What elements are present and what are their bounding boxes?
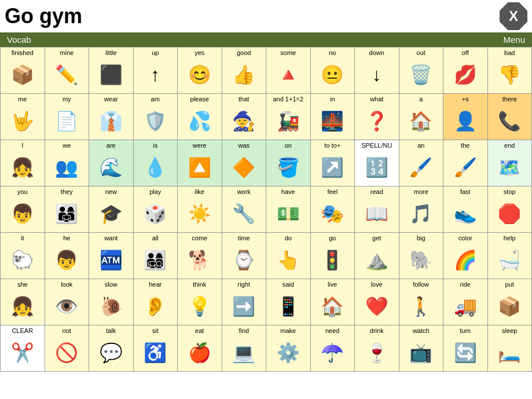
grid-cell-9[interactable]: out🗑️ [399,47,444,94]
grid-cell-83[interactable]: sleep🛏️ [488,325,533,372]
grid-cell-7[interactable]: no😐 [311,47,355,94]
cell-label-50: want [90,234,132,243]
grid-cell-29[interactable]: was🔶 [222,140,267,186]
grid-cell-59[interactable]: help🛁 [488,233,533,279]
vocab-label[interactable]: Vocab [7,35,31,45]
grid-cell-40[interactable]: like☀️ [178,186,222,233]
grid-cell-76[interactable]: eat🍎 [178,325,222,372]
grid-cell-35[interactable]: end🗺️ [488,140,533,186]
cell-label-35: end [489,141,531,150]
grid-cell-21[interactable]: a🏠 [399,94,444,140]
grid-cell-37[interactable]: they👨‍👩‍👧 [45,186,90,233]
cell-icon-50: 🏧 [90,243,132,277]
grid-cell-1[interactable]: mine✏️ [45,47,90,94]
grid-cell-55[interactable]: go🚦 [311,233,355,279]
grid-cell-46[interactable]: fast👟 [443,186,488,233]
grid-cell-20[interactable]: what❓ [355,94,399,140]
grid-cell-64[interactable]: think💡 [178,279,222,325]
cell-label-13: my [46,95,88,104]
grid-cell-51[interactable]: all👨‍👩‍👧‍👦 [134,233,178,279]
grid-cell-19[interactable]: in🌉 [311,94,355,140]
grid-cell-71[interactable]: put📦 [488,279,533,325]
grid-cell-15[interactable]: am🛡️ [134,94,178,140]
cell-icon-63: 👂 [135,289,177,324]
grid-cell-49[interactable]: he👦 [45,233,90,279]
cell-label-82: turn [445,327,486,335]
grid-cell-50[interactable]: want🏧 [89,233,134,279]
grid-cell-58[interactable]: color🌈 [443,233,488,279]
grid-cell-0[interactable]: finished📦 [1,47,45,94]
grid-cell-14[interactable]: wear👔 [89,94,134,140]
grid-cell-43[interactable]: feel🎭 [311,186,355,233]
grid-cell-23[interactable]: there📞 [488,94,533,140]
grid-cell-42[interactable]: have💵 [266,186,311,233]
grid-cell-63[interactable]: hear👂 [134,279,178,325]
grid-cell-38[interactable]: new🎓 [89,186,134,233]
cell-label-39: play [135,188,177,196]
grid-cell-62[interactable]: slow🐌 [89,279,134,325]
grid-cell-79[interactable]: need☂️ [311,325,355,372]
grid-cell-66[interactable]: said📱 [266,279,311,325]
grid-cell-3[interactable]: up↑ [134,47,178,94]
cell-label-74: talk [90,327,132,335]
grid-cell-32[interactable]: SPELL/NU🔢 [355,140,399,186]
cell-icon-81: 📺 [401,335,442,370]
grid-cell-73[interactable]: not🚫 [45,325,90,372]
cell-icon-75: ♿ [135,335,177,370]
grid-cell-78[interactable]: make⚙️ [266,325,311,372]
grid-cell-4[interactable]: yes😊 [178,47,222,94]
grid-cell-2[interactable]: little⬛ [89,47,134,94]
grid-cell-72[interactable]: CLEAR✂️ [1,325,45,372]
grid-cell-75[interactable]: sit♿ [134,325,178,372]
grid-cell-34[interactable]: the🖌️ [443,140,488,186]
grid-cell-22[interactable]: +s👤 [443,94,488,140]
grid-cell-16[interactable]: please💦 [178,94,222,140]
grid-cell-74[interactable]: talk💬 [89,325,134,372]
grid-cell-57[interactable]: big🐘 [399,233,444,279]
grid-cell-48[interactable]: it🐑 [1,233,45,279]
grid-cell-45[interactable]: more🎵 [399,186,444,233]
grid-cell-61[interactable]: look👁️ [45,279,90,325]
cell-label-80: drink [356,327,398,335]
grid-cell-27[interactable]: is💧 [134,140,178,186]
grid-cell-54[interactable]: do👆 [266,233,311,279]
grid-cell-39[interactable]: play🎲 [134,186,178,233]
grid-cell-33[interactable]: an🖌️ [399,140,444,186]
grid-cell-11[interactable]: bad👎 [488,47,533,94]
grid-cell-77[interactable]: find💻 [222,325,267,372]
grid-cell-10[interactable]: off💋 [443,47,488,94]
grid-cell-65[interactable]: right➡️ [222,279,267,325]
grid-cell-80[interactable]: drink🍷 [355,325,399,372]
grid-cell-70[interactable]: ride🚚 [443,279,488,325]
grid-cell-13[interactable]: my📄 [45,94,90,140]
grid-cell-53[interactable]: time⌚ [222,233,267,279]
grid-cell-25[interactable]: we👥 [45,140,90,186]
grid-cell-18[interactable]: and 1+1=2🚂 [266,94,311,140]
menu-label[interactable]: Menu [503,35,525,45]
grid-cell-56[interactable]: get⛰️ [355,233,399,279]
cell-icon-68: ❤️ [356,289,398,324]
grid-cell-41[interactable]: work🔧 [222,186,267,233]
grid-cell-60[interactable]: she👧 [1,279,45,325]
grid-cell-52[interactable]: come🐕 [178,233,222,279]
grid-cell-68[interactable]: love❤️ [355,279,399,325]
grid-cell-44[interactable]: read📖 [355,186,399,233]
grid-cell-12[interactable]: me🤟 [1,94,45,140]
grid-cell-30[interactable]: on🪣 [266,140,311,186]
grid-cell-81[interactable]: watch📺 [399,325,444,372]
grid-cell-69[interactable]: follow🚶 [399,279,444,325]
cell-label-43: feel [312,188,354,196]
grid-cell-24[interactable]: I👧 [1,140,45,186]
grid-cell-5[interactable]: good👍 [222,47,267,94]
grid-cell-47[interactable]: stop🛑 [488,186,533,233]
grid-cell-82[interactable]: turn🔄 [443,325,488,372]
close-button[interactable]: X [500,2,527,30]
grid-cell-67[interactable]: live🏠 [311,279,355,325]
grid-cell-17[interactable]: that🧙 [222,94,267,140]
grid-cell-6[interactable]: some🔺 [266,47,311,94]
grid-cell-31[interactable]: to to+↗️ [311,140,355,186]
grid-cell-36[interactable]: you👦 [1,186,45,233]
grid-cell-26[interactable]: are🌊 [89,140,134,186]
grid-cell-8[interactable]: down↓ [355,47,399,94]
grid-cell-28[interactable]: were🔼 [178,140,222,186]
